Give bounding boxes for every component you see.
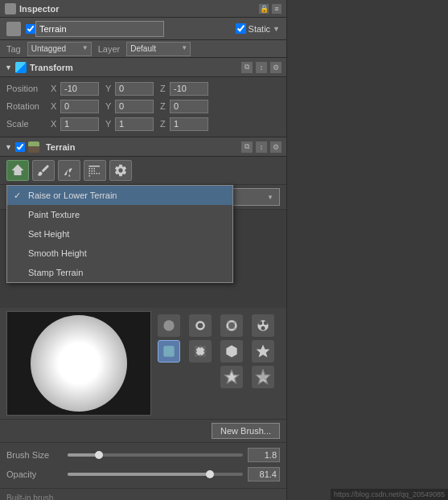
terrain-section-header[interactable]: ▼ Terrain ⧉ ↕ ⚙ [0,137,286,157]
svg-point-15 [195,346,198,349]
static-checkbox[interactable] [236,23,246,34]
tag-layer-row: Tag Untagged ▼ Layer Default ▼ [0,40,286,58]
new-brush-button[interactable]: New Brush... [212,423,280,439]
brush-size-row: Brush Size [6,446,280,464]
brush-spacer [158,366,217,388]
svg-point-19 [199,346,201,348]
opacity-row: Opacity [6,465,280,483]
popup-item-smooth-height[interactable]: Smooth Height [7,244,232,263]
brush-icon-star2[interactable] [220,366,243,388]
svg-point-2 [198,323,203,329]
brush-size-value[interactable] [248,448,280,462]
svg-point-0 [163,320,174,330]
terrain-actions: ⧉ ↕ ⚙ [241,141,282,153]
inspector-icon [5,3,16,14]
svg-point-11 [264,321,268,325]
brush-icon-6[interactable] [189,340,212,363]
brush-preview [6,311,151,416]
opacity-label: Opacity [6,469,63,479]
svg-point-21 [195,350,197,352]
position-y-field[interactable] [115,82,154,96]
scale-y-field[interactable] [115,117,154,131]
brush-size-track [68,453,243,457]
popup-item-stamp-terrain-label: Stamp Terrain [28,268,83,277]
tag-label: Tag [6,44,21,54]
position-x-axis: X [51,84,60,93]
terrain-collapse-triangle: ▼ [5,143,12,151]
brush-size-thumb[interactable] [95,451,103,459]
svg-point-16 [203,346,206,349]
brush-grid [158,311,280,416]
brush-icon-5[interactable] [158,340,180,363]
position-x-field[interactable] [60,82,99,96]
lock-button[interactable]: 🔒 [259,4,269,14]
toolbar-paint-detail-btn[interactable] [84,160,106,181]
scale-x-field[interactable] [60,117,99,131]
terrain-enabled-checkbox[interactable] [15,142,25,152]
brush-icon-star3[interactable] [252,366,274,388]
tag-dropdown[interactable]: Untagged [27,42,92,56]
scale-z-field[interactable] [170,117,208,131]
brush-icon-2[interactable] [189,314,212,337]
terrain-settings-btn[interactable]: ⚙ [270,141,282,153]
transform-paste-btn[interactable]: ↕ [256,62,267,73]
toolbar-plant-tree-btn[interactable] [58,160,80,181]
brush-icon-4[interactable] [252,314,274,337]
rotation-z-field[interactable] [170,100,208,113]
rotation-x-axis: X [51,101,60,111]
rotation-row: Rotation X Y Z [6,98,280,114]
terrain-copy-btn[interactable]: ⧉ [241,141,253,153]
rotation-z-axis: Z [160,101,170,111]
terrain-dropdown-container: Raise or Lower Terrain Paint Texture Set… [0,185,286,210]
rotation-x-field[interactable] [60,100,99,113]
transform-collapse-triangle: ▼ [5,64,12,72]
transform-section-header[interactable]: ▼ Transform ⧉ ↕ ⚙ [0,58,286,77]
brush-icon-3[interactable] [220,314,243,337]
toolbar-settings-btn[interactable] [109,160,132,181]
opacity-thumb[interactable] [206,470,214,478]
object-enabled-input[interactable] [26,24,35,34]
svg-point-18 [203,354,206,357]
object-name-field[interactable] [35,21,164,37]
popup-item-raise-lower-label: Raise or Lower Terrain [28,191,117,200]
menu-button[interactable]: ≡ [272,4,282,14]
position-z-field[interactable] [170,82,208,96]
brush-icon-star1[interactable] [252,340,274,363]
terrain-toolbar [0,157,286,185]
brush-icon-1[interactable] [158,314,180,337]
terrain-icon [28,141,39,153]
layer-dropdown[interactable]: Default [126,42,191,56]
sliders-area: Brush Size Opacity [0,443,286,488]
position-y-axis: Y [105,84,115,93]
brush-icon-hexagon[interactable] [220,340,243,363]
terrain-paste-btn[interactable]: ↕ [256,141,267,153]
scale-label: Scale [6,119,51,129]
popup-item-raise-lower[interactable]: Raise or Lower Terrain [7,186,232,205]
svg-point-5 [227,321,229,323]
toolbar-raise-lower-btn[interactable] [6,160,29,181]
svg-point-10 [258,321,262,325]
terrain-enabled-input[interactable] [15,142,25,152]
scale-y-axis: Y [105,119,115,129]
watermark: https://blog.csdn.net/qq_20549085 [331,489,448,500]
svg-marker-23 [226,346,236,358]
transform-settings-btn[interactable]: ⚙ [270,62,282,73]
popup-item-set-height[interactable]: Set Height [7,224,232,244]
scale-z-axis: Z [160,119,170,129]
object-icon [6,22,21,36]
popup-item-paint-texture[interactable]: Paint Texture [7,205,232,224]
rotation-y-field[interactable] [115,100,154,113]
object-enabled-checkbox[interactable] [26,24,35,34]
transform-icon [15,62,27,73]
static-section: Static ▼ [236,23,280,34]
svg-rect-13 [163,346,174,356]
rotation-y-axis: Y [105,101,115,111]
popup-item-stamp-terrain[interactable]: Stamp Terrain [7,263,232,282]
opacity-value[interactable] [248,467,280,482]
toolbar-paint-texture-btn[interactable] [32,160,55,181]
svg-point-20 [199,355,201,357]
transform-copy-btn[interactable]: ⧉ [241,62,253,73]
right-panel [287,0,448,500]
object-header: Static ▼ [0,18,286,40]
position-z-axis: Z [160,84,170,93]
